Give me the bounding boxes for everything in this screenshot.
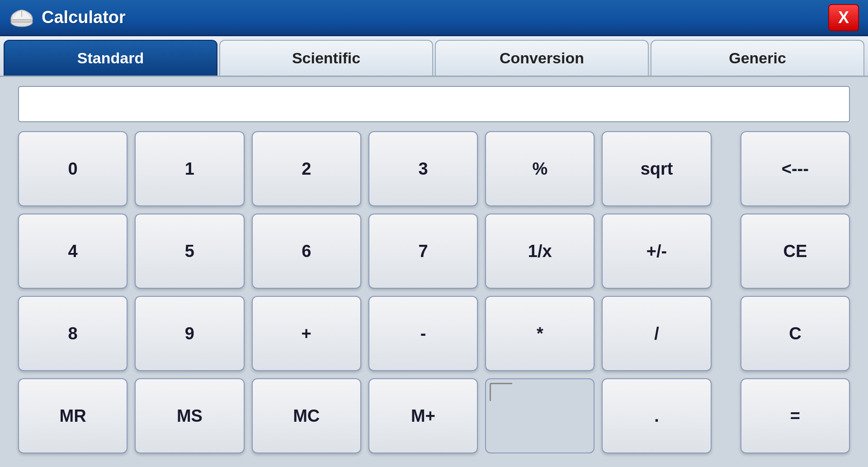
calc-body: 0 1 2 3 % sqrt <--- 4 5 6 7 1/x +/- CE 8… (0, 77, 868, 467)
gap-col (719, 131, 733, 453)
btn-back[interactable]: <--- (741, 131, 850, 206)
btn-4[interactable]: 4 (18, 214, 127, 289)
title-bar: Calculator X (0, 0, 868, 36)
btn-neg[interactable]: +/- (602, 214, 711, 289)
app: Calculator X Standard Scientific Convers… (0, 0, 868, 467)
btn-mc[interactable]: MC (252, 378, 361, 453)
tab-standard[interactable]: Standard (4, 40, 217, 76)
svg-rect-1 (11, 19, 33, 22)
tab-conversion[interactable]: Conversion (435, 40, 649, 76)
tab-generic[interactable]: Generic (651, 40, 864, 76)
hard-hat-icon (9, 5, 34, 30)
btn-8[interactable]: 8 (18, 296, 127, 371)
tab-scientific[interactable]: Scientific (219, 40, 433, 76)
btn-sqrt[interactable]: sqrt (602, 131, 711, 206)
empty-cell (485, 378, 594, 453)
btn-sub[interactable]: - (368, 296, 478, 371)
btn-9[interactable]: 9 (135, 296, 244, 371)
button-grid: 0 1 2 3 % sqrt <--- 4 5 6 7 1/x +/- CE 8… (18, 131, 850, 453)
btn-1[interactable]: 1 (135, 131, 244, 206)
btn-2[interactable]: 2 (252, 131, 361, 206)
app-title: Calculator (42, 8, 126, 27)
title-left: Calculator (9, 5, 126, 30)
corner-bracket (490, 383, 512, 401)
tabs: Standard Scientific Conversion Generic (0, 36, 868, 77)
btn-eq[interactable]: = (741, 378, 850, 453)
btn-7[interactable]: 7 (368, 214, 478, 289)
btn-div[interactable]: / (602, 296, 711, 371)
btn-c[interactable]: C (741, 296, 850, 371)
close-button[interactable]: X (828, 4, 859, 31)
btn-pct[interactable]: % (485, 131, 594, 206)
btn-inv[interactable]: 1/x (485, 214, 594, 289)
btn-mul[interactable]: * (485, 296, 594, 371)
btn-ce[interactable]: CE (741, 214, 850, 289)
btn-mr[interactable]: MR (18, 378, 127, 453)
btn-ms[interactable]: MS (135, 378, 244, 453)
btn-add[interactable]: + (252, 296, 361, 371)
btn-mplus[interactable]: M+ (368, 378, 478, 453)
btn-0[interactable]: 0 (18, 131, 127, 206)
btn-dot[interactable]: . (602, 378, 711, 453)
display-wrap (18, 86, 850, 122)
btn-5[interactable]: 5 (135, 214, 244, 289)
btn-3[interactable]: 3 (368, 131, 478, 206)
btn-6[interactable]: 6 (252, 214, 361, 289)
